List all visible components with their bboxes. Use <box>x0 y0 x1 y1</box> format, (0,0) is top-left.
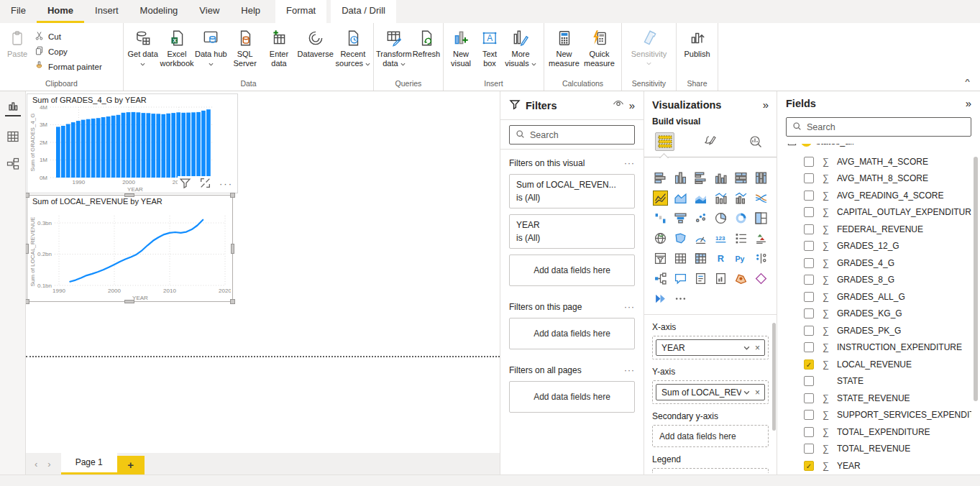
new-page-button[interactable]: + <box>117 456 145 474</box>
field-row-support_services_expenditure[interactable]: ∑SUPPORT_SERVICES_EXPENDITURE <box>786 407 971 424</box>
enter-data-button[interactable]: Enter data <box>262 25 296 68</box>
field-row-avg_math_4_score[interactable]: ∑AVG_MATH_4_SCORE <box>786 153 971 170</box>
field-row-federal_revenue[interactable]: ∑FEDERAL_REVENUE <box>786 221 971 238</box>
area-chart-icon[interactable] <box>674 191 687 205</box>
collapse-ribbon-button[interactable]: ^ <box>965 77 970 85</box>
resize-handle[interactable] <box>26 244 29 254</box>
q-and-a-icon[interactable] <box>674 272 687 285</box>
section-more-options-icon[interactable]: ··· <box>624 158 635 168</box>
field-checkbox[interactable] <box>804 258 814 268</box>
field-checkbox[interactable] <box>804 427 814 437</box>
secondary-y-axis-well[interactable]: Add data fields here <box>652 425 769 447</box>
remove-field-icon[interactable]: × <box>752 343 763 353</box>
filter-card[interactable]: Sum of LOCAL_REVEN... is (All) <box>509 174 635 208</box>
previous-page-arrow-icon[interactable]: ‹ <box>35 459 37 469</box>
multi-row-card-icon[interactable] <box>734 231 748 245</box>
remove-field-icon[interactable]: × <box>752 388 763 398</box>
field-checkbox[interactable] <box>804 410 814 420</box>
scatter-chart-icon[interactable] <box>694 211 707 225</box>
dataverse-button[interactable]: Dataverse <box>296 25 335 59</box>
field-checkbox[interactable] <box>804 326 814 336</box>
get-data-button[interactable]: Get data <box>126 25 160 68</box>
filters-search-input[interactable] <box>530 130 628 140</box>
next-page-arrow-icon[interactable]: › <box>47 459 50 469</box>
report-canvas[interactable]: Sum of GRADES_4_G by YEAR 0M1M2M3M4M1990… <box>26 91 500 474</box>
resize-handle[interactable] <box>230 299 235 304</box>
table-row-states-all[interactable]: ✓ states_all <box>786 144 971 153</box>
field-row-local_revenue[interactable]: ✓∑LOCAL_REVENUE <box>786 356 971 373</box>
more-visuals-icon[interactable] <box>674 292 687 306</box>
fields-scrollbar[interactable] <box>974 157 978 401</box>
y-axis-field-pill[interactable]: Sum of LOCAL_REVEN... × <box>656 384 765 400</box>
publish-button[interactable]: Publish <box>682 25 713 59</box>
power-automate-icon[interactable] <box>654 292 667 306</box>
data-hub-button[interactable]: Data hub <box>194 25 228 68</box>
line-and-clustered-column-chart-icon[interactable] <box>734 191 748 205</box>
cut-button[interactable]: Cut <box>34 30 102 42</box>
collapse-filters-pane-icon[interactable]: » <box>629 99 635 111</box>
recent-sources-button[interactable]: Recent sources <box>335 25 371 68</box>
field-row-grades_pk_g[interactable]: ∑GRADES_PK_G <box>786 322 971 339</box>
tab-home[interactable]: Home <box>37 0 84 23</box>
collapse-fields-pane-icon[interactable]: » <box>966 97 971 109</box>
field-checkbox[interactable] <box>804 191 814 201</box>
field-checkbox[interactable] <box>804 173 814 183</box>
sql-server-button[interactable]: SQL Server <box>228 25 262 68</box>
format-visual-tab[interactable] <box>700 132 720 151</box>
line-chart-visual[interactable]: Sum of LOCAL_REVENUE by YEAR 0.1bn0.2bn0… <box>27 195 233 302</box>
waterfall-chart-icon[interactable] <box>654 211 667 225</box>
field-row-avg_math_8_score[interactable]: ∑AVG_MATH_8_SCORE <box>786 170 971 188</box>
field-checkbox[interactable] <box>804 275 814 285</box>
ribbon-chart-icon[interactable] <box>754 191 768 205</box>
new-visual-button[interactable]: New visual <box>446 25 476 68</box>
copy-button[interactable]: Copy <box>34 45 102 58</box>
filter-funnel-icon[interactable] <box>179 177 191 191</box>
matrix-icon[interactable] <box>694 252 707 265</box>
resize-handle[interactable] <box>124 300 134 303</box>
new-measure-button[interactable]: New measure <box>546 25 582 68</box>
eye-icon[interactable] <box>613 98 624 112</box>
field-row-year[interactable]: ✓∑YEAR <box>786 457 971 474</box>
smart-narrative-icon[interactable] <box>694 272 707 285</box>
build-visual-tab[interactable] <box>655 132 674 151</box>
field-checkbox[interactable] <box>804 241 814 251</box>
add-data-fields-dropzone[interactable]: Add data fields here <box>509 255 635 286</box>
power-apps-icon[interactable] <box>754 272 768 285</box>
field-checkbox[interactable] <box>804 444 814 454</box>
field-checkbox[interactable] <box>804 224 814 234</box>
refresh-button[interactable]: Refresh <box>412 25 441 59</box>
excel-workbook-button[interactable]: X Excel workbook <box>160 25 193 68</box>
field-row-grades_8_g[interactable]: ∑GRADES_8_G <box>786 272 971 289</box>
field-checkbox[interactable] <box>804 308 814 318</box>
python-visual-icon[interactable]: Py <box>734 252 748 265</box>
add-data-fields-dropzone[interactable]: Add data fields here <box>509 318 635 349</box>
visualizations-scrollbar[interactable] <box>772 323 776 431</box>
tab-data-drill[interactable]: Data / Drill <box>331 0 396 23</box>
resize-handle[interactable] <box>26 299 29 304</box>
field-checkbox[interactable] <box>804 376 814 386</box>
bar-chart-visual[interactable]: Sum of GRADES_4_G by YEAR 0M1M2M3M4M1990… <box>27 93 238 193</box>
page-tab[interactable]: Page 1 <box>61 453 117 474</box>
legend-well[interactable] <box>652 468 769 473</box>
analytics-tab[interactable] <box>746 132 766 151</box>
filter-card[interactable]: YEAR is (All) <box>509 214 635 249</box>
format-painter-button[interactable]: Format painter <box>34 60 102 73</box>
stacked-bar-chart-icon[interactable] <box>654 171 667 185</box>
field-checkbox[interactable] <box>804 342 814 352</box>
arcgis-map-icon[interactable] <box>734 272 748 285</box>
section-more-options-icon[interactable]: ··· <box>624 365 635 375</box>
resize-handle[interactable] <box>231 244 234 254</box>
100-stacked-column-chart-icon[interactable] <box>754 171 768 185</box>
data-view-button[interactable] <box>5 129 21 144</box>
tab-file[interactable]: File <box>0 0 37 23</box>
clustered-bar-chart-icon[interactable] <box>694 171 707 185</box>
field-checkbox[interactable] <box>804 393 814 403</box>
x-axis-field-pill[interactable]: YEAR × <box>656 339 765 356</box>
tab-help[interactable]: Help <box>230 0 271 23</box>
donut-chart-icon[interactable] <box>734 211 748 225</box>
field-checkbox[interactable] <box>804 207 814 217</box>
x-axis-well[interactable]: YEAR × <box>652 336 769 359</box>
tab-view[interactable]: View <box>188 0 230 23</box>
field-row-grades_4_g[interactable]: ∑GRADES_4_G <box>786 255 971 272</box>
quick-measure-button[interactable]: Quick measure <box>582 25 617 68</box>
